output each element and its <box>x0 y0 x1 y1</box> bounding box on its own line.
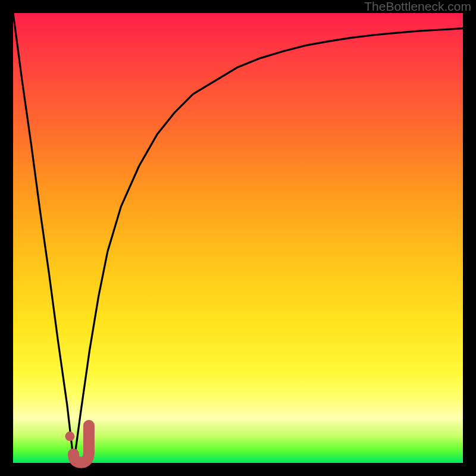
curve-layer <box>13 13 463 463</box>
chart-frame: TheBottleneck.com <box>0 0 476 476</box>
attribution-label: TheBottleneck.com <box>364 0 471 13</box>
marker-j-dot <box>65 431 74 441</box>
bottleneck-curve <box>13 13 463 463</box>
